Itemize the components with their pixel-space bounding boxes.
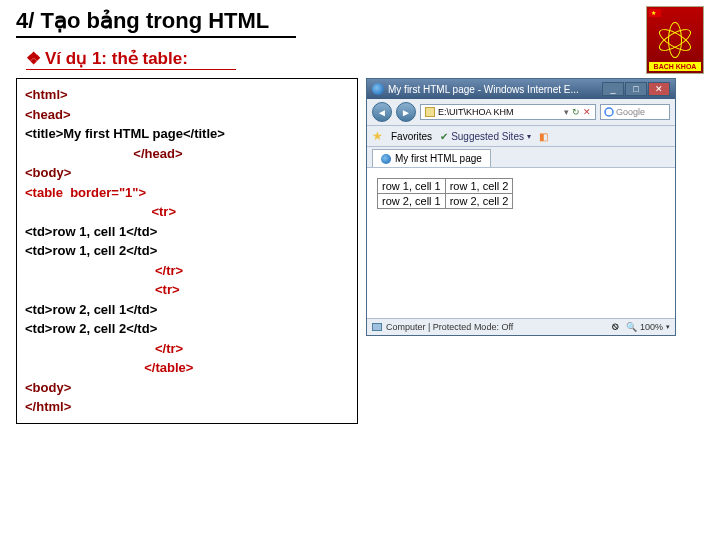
slide-title: 4/ Tạo bảng trong HTML: [16, 8, 296, 38]
code-line: <tr>: [25, 280, 349, 300]
bachkhoa-logo: BACH KHOA: [646, 6, 704, 74]
code-line: </head>: [25, 144, 349, 164]
favorites-bar: ★ Favorites ✔ Suggested Sites ▾ ◧: [367, 126, 675, 147]
table-row: row 1, cell 1row 1, cell 2: [378, 179, 513, 194]
code-line: </tr>: [25, 261, 349, 281]
tab-bar: My first HTML page: [367, 147, 675, 168]
code-line: <tr>: [25, 202, 349, 222]
atom-icon: [657, 22, 693, 58]
favorites-label[interactable]: Favorites: [391, 131, 432, 142]
code-line: <body>: [25, 163, 349, 183]
code-line: </html>: [25, 397, 349, 417]
zoom-icon: 🔍: [626, 322, 637, 332]
subtitle-text: Ví dụ 1: thẻ table:: [45, 49, 188, 68]
address-bar[interactable]: E:\UIT\KHOA KHM ▾ ↻ ✕: [420, 104, 596, 120]
vn-flag-icon: [649, 9, 661, 17]
google-icon: [604, 107, 614, 117]
code-line: <html>: [25, 85, 349, 105]
code-line: <title>My first HTML page</title>: [25, 124, 349, 144]
bullet-icon: ❖: [26, 49, 41, 68]
computer-icon: [372, 323, 382, 331]
page-content: row 1, cell 1row 1, cell 2row 2, cell 1r…: [367, 168, 675, 318]
table-cell: row 2, cell 2: [445, 194, 513, 209]
tab-label: My first HTML page: [395, 153, 482, 164]
zoom-value: 100%: [640, 322, 663, 332]
address-text: E:\UIT\KHOA KHM: [438, 107, 514, 117]
code-line: </table>: [25, 358, 349, 378]
table-cell: row 2, cell 1: [378, 194, 446, 209]
browser-tab[interactable]: My first HTML page: [372, 149, 491, 167]
code-line: <td>row 1, cell 1</td>: [25, 222, 349, 242]
status-bar: Computer | Protected Mode: Off 🛇 🔍 100% …: [367, 318, 675, 335]
code-line: <td>row 2, cell 1</td>: [25, 300, 349, 320]
folder-icon: [425, 107, 435, 117]
code-line: </tr>: [25, 339, 349, 359]
search-box[interactable]: Google: [600, 104, 670, 120]
tab-icon: [381, 154, 391, 164]
slide-subtitle: ❖Ví dụ 1: thẻ table:: [26, 48, 236, 70]
web-slice[interactable]: ◧: [539, 131, 548, 142]
close-button[interactable]: ✕: [648, 82, 670, 96]
minimize-button[interactable]: _: [602, 82, 624, 96]
svg-point-0: [605, 108, 613, 116]
table-cell: row 1, cell 2: [445, 179, 513, 194]
browser-window: My first HTML page - Windows Internet E.…: [366, 78, 676, 336]
code-line: <body>: [25, 378, 349, 398]
code-line: <head>: [25, 105, 349, 125]
logo-label: BACH KHOA: [649, 62, 701, 71]
code-example: <html><head><title>My first HTML page</t…: [16, 78, 358, 424]
window-title: My first HTML page - Windows Internet E.…: [388, 84, 579, 95]
code-line: <td>row 2, cell 2</td>: [25, 319, 349, 339]
table-cell: row 1, cell 1: [378, 179, 446, 194]
table-row: row 2, cell 1row 2, cell 2: [378, 194, 513, 209]
status-text: Computer | Protected Mode: Off: [386, 322, 513, 332]
code-line: <table border="1">: [25, 183, 349, 203]
code-line: <td>row 1, cell 2</td>: [25, 241, 349, 261]
nav-toolbar: ◄ ► E:\UIT\KHOA KHM ▾ ↻ ✕ Google: [367, 99, 675, 126]
ie-icon: [372, 83, 384, 95]
browser-titlebar: My first HTML page - Windows Internet E.…: [367, 79, 675, 99]
security-icon[interactable]: 🛇: [611, 322, 620, 332]
search-placeholder: Google: [616, 107, 645, 117]
suggested-sites[interactable]: ✔ Suggested Sites ▾: [440, 131, 531, 142]
zoom-control[interactable]: 🔍 100% ▾: [626, 322, 670, 332]
maximize-button[interactable]: □: [625, 82, 647, 96]
result-table: row 1, cell 1row 1, cell 2row 2, cell 1r…: [377, 178, 513, 209]
star-icon[interactable]: ★: [372, 129, 383, 143]
back-button[interactable]: ◄: [372, 102, 392, 122]
forward-button[interactable]: ►: [396, 102, 416, 122]
